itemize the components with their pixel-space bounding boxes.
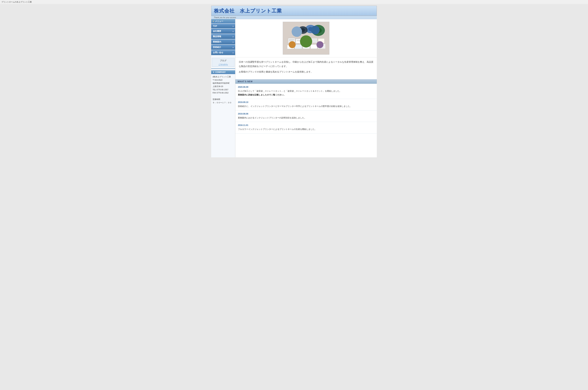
main-content: 日本一の洗濯堅牢度を持つプリントネームを目指し、印刷から仕上げ加工まで国内生産に… xyxy=(235,19,377,157)
hero-image-svg xyxy=(283,22,329,54)
company-tel: TEL 0776-66-1557 xyxy=(213,88,234,91)
nav-divider xyxy=(211,55,235,56)
nav-arrow-icon: ► xyxy=(233,41,234,43)
main-description-p1: 日本一の洗濯堅牢度を持つプリントネームを目指し、印刷から仕上げ加工まで国内生産に… xyxy=(239,60,373,68)
blog-section: ブログ こちらから xyxy=(212,58,235,67)
svg-rect-0 xyxy=(283,22,329,54)
svg-rect-11 xyxy=(310,38,317,43)
menu-arrow-icon: ▼ xyxy=(213,20,214,22)
svg-rect-13 xyxy=(287,45,294,49)
svg-point-1 xyxy=(312,25,325,36)
nav-item-technology[interactable]: 技術紹介 ► xyxy=(211,45,235,50)
sidebar: ▼ メニュー TOP ► 会社概要 ► 製品情報 ► 業務案内 ► 技術紹介 xyxy=(211,19,235,157)
nav-arrow-icon: ► xyxy=(233,46,234,48)
svg-rect-15 xyxy=(303,44,310,49)
company-hours-label: 営業時間 xyxy=(213,98,234,101)
thank-you-bar: Thank you for your access xyxy=(211,16,377,19)
svg-point-4 xyxy=(308,27,313,31)
hero-image-area xyxy=(235,19,377,57)
nav-arrow-icon: ► xyxy=(233,36,234,38)
news-text-3: フルカラーインクジェットプリンターによるプリントネームの生産を開始しました。 xyxy=(238,127,374,131)
browser-tab-title: プリントネームの水上プリント工業 xyxy=(0,0,588,4)
news-text-1: 技術紹介に、インクジェットプリンターとサーマルプリンター印字によるプリントネーム… xyxy=(238,104,374,108)
news-item-3: 2018.11.01 フルカラーインクジェットプリンターによるプリントネームの生… xyxy=(235,122,377,134)
site-title: 株式会社 水上プリント工業 xyxy=(214,8,282,14)
svg-rect-9 xyxy=(296,39,302,43)
nav-item-services[interactable]: 業務案内 ► xyxy=(211,39,235,44)
nav-arrow-icon: ► xyxy=(233,52,234,53)
news-text-0: 仕上げ加工として「超音波＿ストレートカット」と「超音波＿ストレートカット＆スリッ… xyxy=(238,89,374,97)
company-hours: ９：００〜１７：００ xyxy=(213,101,234,104)
sidebar-divider xyxy=(211,68,235,69)
hero-image xyxy=(283,22,329,54)
menu-section-header: ▼ メニュー xyxy=(211,19,235,23)
nav-item-company[interactable]: 会社概要 ► xyxy=(211,29,235,34)
svg-point-6 xyxy=(301,28,305,32)
news-subtext-0: 業務案内に詳細を記載しましたのでご覧ください。 xyxy=(238,94,285,96)
svg-point-3 xyxy=(305,25,316,33)
menu-label: メニュー xyxy=(215,20,223,23)
whats-new-header: WHAT'S NEW xyxy=(235,79,377,84)
company-fax: FAX 0776-66-1552 xyxy=(213,91,234,95)
company-arrow-icon: ▼ xyxy=(213,71,215,73)
main-layout: ▼ メニュー TOP ► 会社概要 ► 製品情報 ► 業務案内 ► 技術紹介 xyxy=(211,19,377,157)
company-section-label: COMPANY xyxy=(215,71,226,73)
nav-item-top[interactable]: TOP ► xyxy=(211,24,235,28)
svg-rect-14 xyxy=(295,45,302,49)
svg-point-5 xyxy=(298,26,308,34)
site-header: 株式会社 水上プリント工業 xyxy=(211,6,377,16)
news-item-0: 2020.06.09 仕上げ加工として「超音波＿ストレートカット」と「超音波＿ス… xyxy=(235,84,377,99)
svg-point-7 xyxy=(294,29,300,34)
main-description: 日本一の洗濯堅牢度を持つプリントネームを目指し、印刷から仕上げ加工まで国内生産に… xyxy=(239,60,373,74)
blog-link[interactable]: こちらから xyxy=(218,63,228,65)
company-address2: 上新庄38-20 xyxy=(213,85,234,88)
svg-point-2 xyxy=(315,28,322,33)
svg-rect-12 xyxy=(318,39,324,43)
blog-label: ブログ xyxy=(213,59,233,62)
company-address1: 福井県坂井市坂井町 xyxy=(213,82,234,85)
news-date-3: 2018.11.01 xyxy=(238,124,374,126)
company-name: (株)水上プリント工業 xyxy=(213,75,234,78)
news-item-1: 2019.09.10 技術紹介に、インクジェットプリンターとサーマルプリンター印… xyxy=(235,99,377,110)
svg-rect-8 xyxy=(288,38,295,43)
nav-item-contact[interactable]: お問い合せ ► xyxy=(211,50,235,55)
news-date-0: 2020.06.09 xyxy=(238,86,374,88)
svg-rect-10 xyxy=(303,39,309,43)
nav-item-products[interactable]: 製品情報 ► xyxy=(211,34,235,39)
svg-rect-16 xyxy=(311,45,317,49)
company-zip: 〒919-0522 xyxy=(213,78,234,82)
svg-rect-17 xyxy=(318,44,325,49)
company-section-header: ▼ COMPANY xyxy=(211,70,235,74)
news-date-1: 2019.09.10 xyxy=(238,101,374,103)
news-date-2: 2019.08.06 xyxy=(238,113,374,115)
news-text-2: 業務案内におけるインクジェットプリンターの説明項目を追加しました。 xyxy=(238,116,374,120)
page-wrapper: 株式会社 水上プリント工業 Thank you for your access … xyxy=(211,6,377,157)
main-description-p2: お客様のブランドの信用と価値を高めるプリントネームを提供致します。 xyxy=(239,70,373,74)
news-list: 2020.06.09 仕上げ加工として「超音波＿ストレートカット」と「超音波＿ス… xyxy=(235,84,377,134)
nav-arrow-icon: ► xyxy=(233,25,234,27)
main-text-area: 日本一の洗濯堅牢度を持つプリントネームを目指し、印刷から仕上げ加工まで国内生産に… xyxy=(235,57,377,79)
nav-arrow-icon: ► xyxy=(233,30,234,32)
news-item-2: 2019.08.06 業務案内におけるインクジェットプリンターの説明項目を追加し… xyxy=(235,110,377,122)
company-info: (株)水上プリント工業 〒919-0522 福井県坂井市坂井町 上新庄38-20… xyxy=(211,75,235,105)
